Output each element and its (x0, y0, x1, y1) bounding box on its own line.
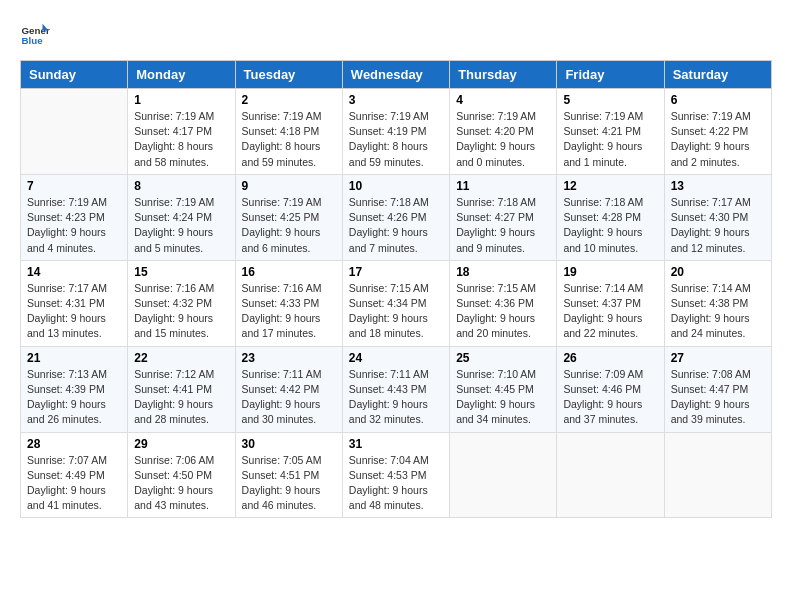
logo: General Blue (20, 20, 50, 50)
day-info: Sunrise: 7:07 AMSunset: 4:49 PMDaylight:… (27, 453, 121, 514)
calendar-cell: 29Sunrise: 7:06 AMSunset: 4:50 PMDayligh… (128, 432, 235, 518)
calendar-cell: 23Sunrise: 7:11 AMSunset: 4:42 PMDayligh… (235, 346, 342, 432)
day-number: 4 (456, 93, 550, 107)
day-number: 31 (349, 437, 443, 451)
column-header-tuesday: Tuesday (235, 61, 342, 89)
calendar-week-3: 14Sunrise: 7:17 AMSunset: 4:31 PMDayligh… (21, 260, 772, 346)
page-header: General Blue (20, 20, 772, 50)
day-info: Sunrise: 7:19 AMSunset: 4:23 PMDaylight:… (27, 195, 121, 256)
calendar-cell: 20Sunrise: 7:14 AMSunset: 4:38 PMDayligh… (664, 260, 771, 346)
day-info: Sunrise: 7:18 AMSunset: 4:28 PMDaylight:… (563, 195, 657, 256)
calendar-cell: 5Sunrise: 7:19 AMSunset: 4:21 PMDaylight… (557, 89, 664, 175)
day-number: 23 (242, 351, 336, 365)
day-info: Sunrise: 7:06 AMSunset: 4:50 PMDaylight:… (134, 453, 228, 514)
day-info: Sunrise: 7:16 AMSunset: 4:32 PMDaylight:… (134, 281, 228, 342)
day-number: 30 (242, 437, 336, 451)
day-number: 21 (27, 351, 121, 365)
calendar-cell: 1Sunrise: 7:19 AMSunset: 4:17 PMDaylight… (128, 89, 235, 175)
day-info: Sunrise: 7:04 AMSunset: 4:53 PMDaylight:… (349, 453, 443, 514)
column-header-sunday: Sunday (21, 61, 128, 89)
calendar-cell: 27Sunrise: 7:08 AMSunset: 4:47 PMDayligh… (664, 346, 771, 432)
day-number: 1 (134, 93, 228, 107)
day-number: 11 (456, 179, 550, 193)
day-number: 26 (563, 351, 657, 365)
day-info: Sunrise: 7:15 AMSunset: 4:36 PMDaylight:… (456, 281, 550, 342)
day-info: Sunrise: 7:12 AMSunset: 4:41 PMDaylight:… (134, 367, 228, 428)
calendar-cell: 12Sunrise: 7:18 AMSunset: 4:28 PMDayligh… (557, 174, 664, 260)
calendar-week-4: 21Sunrise: 7:13 AMSunset: 4:39 PMDayligh… (21, 346, 772, 432)
calendar-cell: 19Sunrise: 7:14 AMSunset: 4:37 PMDayligh… (557, 260, 664, 346)
calendar-cell (557, 432, 664, 518)
calendar-cell: 8Sunrise: 7:19 AMSunset: 4:24 PMDaylight… (128, 174, 235, 260)
column-header-monday: Monday (128, 61, 235, 89)
day-info: Sunrise: 7:13 AMSunset: 4:39 PMDaylight:… (27, 367, 121, 428)
day-number: 17 (349, 265, 443, 279)
day-number: 6 (671, 93, 765, 107)
day-info: Sunrise: 7:19 AMSunset: 4:21 PMDaylight:… (563, 109, 657, 170)
calendar-week-5: 28Sunrise: 7:07 AMSunset: 4:49 PMDayligh… (21, 432, 772, 518)
calendar-cell: 7Sunrise: 7:19 AMSunset: 4:23 PMDaylight… (21, 174, 128, 260)
calendar-cell: 6Sunrise: 7:19 AMSunset: 4:22 PMDaylight… (664, 89, 771, 175)
day-info: Sunrise: 7:10 AMSunset: 4:45 PMDaylight:… (456, 367, 550, 428)
day-info: Sunrise: 7:08 AMSunset: 4:47 PMDaylight:… (671, 367, 765, 428)
day-number: 24 (349, 351, 443, 365)
day-number: 8 (134, 179, 228, 193)
day-info: Sunrise: 7:19 AMSunset: 4:25 PMDaylight:… (242, 195, 336, 256)
calendar-cell (450, 432, 557, 518)
day-number: 10 (349, 179, 443, 193)
day-info: Sunrise: 7:17 AMSunset: 4:31 PMDaylight:… (27, 281, 121, 342)
calendar-cell: 10Sunrise: 7:18 AMSunset: 4:26 PMDayligh… (342, 174, 449, 260)
calendar-table: SundayMondayTuesdayWednesdayThursdayFrid… (20, 60, 772, 518)
calendar-cell: 13Sunrise: 7:17 AMSunset: 4:30 PMDayligh… (664, 174, 771, 260)
calendar-cell: 17Sunrise: 7:15 AMSunset: 4:34 PMDayligh… (342, 260, 449, 346)
day-info: Sunrise: 7:19 AMSunset: 4:22 PMDaylight:… (671, 109, 765, 170)
calendar-week-2: 7Sunrise: 7:19 AMSunset: 4:23 PMDaylight… (21, 174, 772, 260)
day-info: Sunrise: 7:11 AMSunset: 4:42 PMDaylight:… (242, 367, 336, 428)
day-number: 3 (349, 93, 443, 107)
day-info: Sunrise: 7:11 AMSunset: 4:43 PMDaylight:… (349, 367, 443, 428)
day-number: 9 (242, 179, 336, 193)
calendar-cell: 28Sunrise: 7:07 AMSunset: 4:49 PMDayligh… (21, 432, 128, 518)
day-number: 19 (563, 265, 657, 279)
calendar-cell: 21Sunrise: 7:13 AMSunset: 4:39 PMDayligh… (21, 346, 128, 432)
column-header-thursday: Thursday (450, 61, 557, 89)
calendar-cell: 22Sunrise: 7:12 AMSunset: 4:41 PMDayligh… (128, 346, 235, 432)
day-number: 13 (671, 179, 765, 193)
column-header-wednesday: Wednesday (342, 61, 449, 89)
day-number: 18 (456, 265, 550, 279)
calendar-cell: 11Sunrise: 7:18 AMSunset: 4:27 PMDayligh… (450, 174, 557, 260)
calendar-week-1: 1Sunrise: 7:19 AMSunset: 4:17 PMDaylight… (21, 89, 772, 175)
calendar-cell (21, 89, 128, 175)
day-number: 5 (563, 93, 657, 107)
calendar-cell: 3Sunrise: 7:19 AMSunset: 4:19 PMDaylight… (342, 89, 449, 175)
day-number: 16 (242, 265, 336, 279)
logo-icon: General Blue (20, 20, 50, 50)
day-number: 22 (134, 351, 228, 365)
column-header-saturday: Saturday (664, 61, 771, 89)
day-info: Sunrise: 7:16 AMSunset: 4:33 PMDaylight:… (242, 281, 336, 342)
day-info: Sunrise: 7:18 AMSunset: 4:26 PMDaylight:… (349, 195, 443, 256)
svg-text:Blue: Blue (22, 35, 44, 46)
day-info: Sunrise: 7:15 AMSunset: 4:34 PMDaylight:… (349, 281, 443, 342)
day-info: Sunrise: 7:18 AMSunset: 4:27 PMDaylight:… (456, 195, 550, 256)
calendar-cell: 25Sunrise: 7:10 AMSunset: 4:45 PMDayligh… (450, 346, 557, 432)
calendar-cell: 2Sunrise: 7:19 AMSunset: 4:18 PMDaylight… (235, 89, 342, 175)
day-info: Sunrise: 7:09 AMSunset: 4:46 PMDaylight:… (563, 367, 657, 428)
calendar-body: 1Sunrise: 7:19 AMSunset: 4:17 PMDaylight… (21, 89, 772, 518)
calendar-cell: 15Sunrise: 7:16 AMSunset: 4:32 PMDayligh… (128, 260, 235, 346)
day-number: 27 (671, 351, 765, 365)
calendar-cell: 4Sunrise: 7:19 AMSunset: 4:20 PMDaylight… (450, 89, 557, 175)
day-info: Sunrise: 7:19 AMSunset: 4:17 PMDaylight:… (134, 109, 228, 170)
calendar-cell: 30Sunrise: 7:05 AMSunset: 4:51 PMDayligh… (235, 432, 342, 518)
day-number: 2 (242, 93, 336, 107)
calendar-cell: 14Sunrise: 7:17 AMSunset: 4:31 PMDayligh… (21, 260, 128, 346)
calendar-cell: 31Sunrise: 7:04 AMSunset: 4:53 PMDayligh… (342, 432, 449, 518)
calendar-cell: 9Sunrise: 7:19 AMSunset: 4:25 PMDaylight… (235, 174, 342, 260)
day-info: Sunrise: 7:05 AMSunset: 4:51 PMDaylight:… (242, 453, 336, 514)
day-info: Sunrise: 7:14 AMSunset: 4:38 PMDaylight:… (671, 281, 765, 342)
day-number: 12 (563, 179, 657, 193)
calendar-cell: 26Sunrise: 7:09 AMSunset: 4:46 PMDayligh… (557, 346, 664, 432)
calendar-cell (664, 432, 771, 518)
calendar-cell: 16Sunrise: 7:16 AMSunset: 4:33 PMDayligh… (235, 260, 342, 346)
day-info: Sunrise: 7:17 AMSunset: 4:30 PMDaylight:… (671, 195, 765, 256)
